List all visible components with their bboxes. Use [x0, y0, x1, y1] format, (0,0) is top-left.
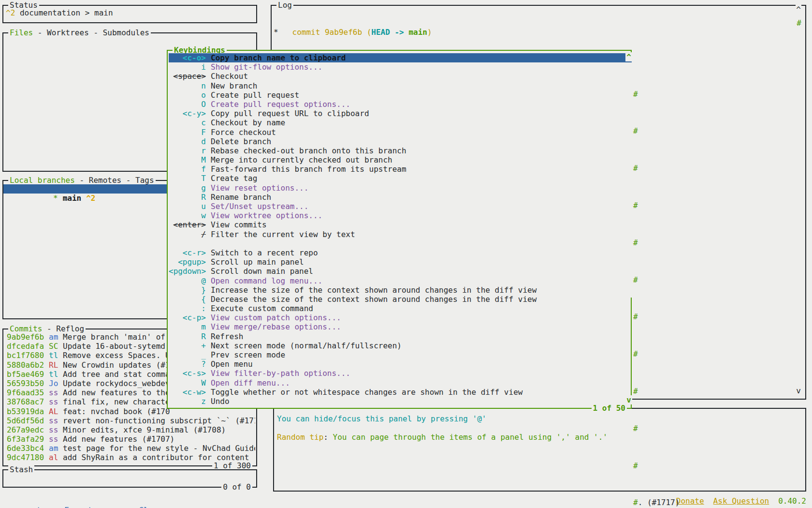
log-text-segment [278, 28, 292, 37]
popup-scroll-up-icon[interactable]: ^ [625, 52, 632, 61]
keybinding-row[interactable]: MMerge into currently checked out branch [169, 155, 632, 164]
branches-tab-active[interactable]: Local branches [10, 176, 75, 185]
log-hash-row: # [633, 387, 694, 396]
keybinding-label: Switch to a recent repo [211, 248, 318, 257]
keybinding-row[interactable]: TCreate tag [169, 174, 632, 183]
keybinding-row[interactable]: uSet/Unset upstream... [169, 202, 632, 211]
keybinding-label: View custom patch options... [211, 313, 341, 322]
popup-scroll-down-icon[interactable]: v [625, 395, 632, 404]
keybinding-row[interactable]: rRebase checked-out branch onto this bra… [169, 146, 632, 155]
branches-tabs-rest[interactable]: - Remotes - Tags [75, 176, 154, 185]
keybinding-row[interactable]: RRefresh [169, 332, 632, 341]
log-scroll-up-icon[interactable]: ^ [796, 5, 801, 14]
keybinding-row[interactable]: <c-y>Copy pull request URL to clipboard [169, 109, 632, 118]
keybinding-row[interactable]: <c-o>Copy branch name to clipboard [169, 53, 632, 62]
keybinding-label: View reset options... [211, 183, 308, 193]
repo-branch-label: documentation > main [15, 8, 113, 17]
keybinding-row[interactable]: <c-p>View custom patch options... [169, 313, 632, 322]
commit-author: RL [49, 360, 58, 370]
hash-glyph: # [633, 387, 638, 396]
keybinding-row[interactable]: <c-s>View filter-by-path options... [169, 369, 632, 378]
log-scroll-down-icon[interactable]: v [796, 386, 801, 395]
keybinding-row[interactable]: ?Open menu [169, 359, 632, 369]
keybinding-key: / [169, 230, 206, 239]
commit-row[interactable]: 6de33bc4amtest page for the new style - … [3, 444, 255, 453]
commit-hash: 267a9edc [7, 425, 44, 434]
keybinding-row[interactable]: _Prev screen mode [169, 350, 632, 359]
files-tabs-rest[interactable]: - Worktrees - Submodules [33, 28, 149, 37]
log-hash-row: # [633, 164, 694, 173]
keybinding-row[interactable]: {Decrease the size of the context shown … [169, 295, 632, 304]
stash-panel[interactable]: Stash 0 of 0 [2, 469, 257, 488]
keybinding-row[interactable]: mView merge/rebase options... [169, 322, 632, 331]
commit-author: AL [49, 407, 58, 416]
statusbar-right: DonateAsk Question0.40.2 [676, 496, 806, 506]
keybinding-row[interactable] [169, 239, 632, 248]
keybinding-row[interactable]: fFast-forward this branch from its upstr… [169, 164, 632, 174]
ask-question-link[interactable]: Ask Question [713, 496, 769, 506]
keybinding-row[interactable]: FForce checkout [169, 128, 632, 137]
keybinding-row[interactable]: RRename branch [169, 193, 632, 202]
log-text-segment [404, 28, 409, 37]
keybinding-row[interactable]: <c-w>Toggle whether or not whitespace ch… [169, 388, 632, 397]
keybinding-key: W [169, 378, 206, 388]
command-log-panel[interactable]: You can hide/focus this panel by pressin… [273, 408, 806, 492]
keybinding-row[interactable]: :Execute custom command [169, 304, 632, 313]
keybinding-row[interactable]: oCreate pull request [169, 90, 632, 100]
commit-author: am [49, 444, 58, 453]
commit-message: revert non-functioning subscript `~` (#1… [63, 416, 255, 425]
log-hash-row: # [633, 201, 694, 210]
commit-row[interactable]: 6f3afa29ssAdd new features (#1707) [3, 434, 255, 444]
keybinding-row[interactable]: wView worktree options... [169, 211, 632, 220]
keybinding-row[interactable]: cCheckout by name [169, 118, 632, 127]
keybinding-row[interactable]: gView reset options... [169, 183, 632, 193]
hash-glyph: # [633, 275, 638, 284]
commit-hash: 5d6df56d [7, 416, 44, 425]
commit-message: feat: nvchad book (#170 [63, 407, 170, 416]
keybinding-label: Create pull request [211, 90, 299, 100]
commit-row[interactable]: 267a9edcssMinor edits, xfce 9-minimal (#… [3, 425, 255, 434]
keybinding-row[interactable]: OCreate pull request options... [169, 100, 632, 109]
keybinding-key: m [169, 322, 206, 331]
keybinding-row[interactable]: <pgdown>Scroll down main panel [169, 267, 632, 276]
keybinding-row[interactable]: +Next screen mode (normal/half/fullscree… [169, 341, 632, 350]
branch-name: main [63, 194, 82, 203]
keybinding-key: <c-r> [169, 248, 206, 257]
commit-author: ss [49, 397, 58, 406]
keybinding-row[interactable]: <space>Checkout [169, 72, 632, 81]
keybinding-row[interactable]: nNew branch [169, 81, 632, 90]
commit-row[interactable]: 5d6df56dssrevert non-functioning subscri… [3, 416, 255, 425]
keybinding-row[interactable]: }Increase the size of the context shown … [169, 285, 632, 295]
keybinding-row[interactable]: /Filter the current view by text [169, 230, 632, 239]
files-panel-title: Files - Worktrees - Submodules [8, 28, 151, 37]
commit-message: Add new features (#1707) [63, 434, 174, 444]
commit-message: Update rockydocs_webdev [63, 379, 170, 388]
keybinding-key: g [169, 183, 206, 193]
keybinding-label: Checkout [211, 72, 248, 81]
keybinding-key: _ [169, 350, 206, 359]
commit-hash: 5880a6b2 [7, 360, 44, 370]
files-tab-active[interactable]: Files [10, 28, 33, 37]
current-branch-star: * [53, 194, 58, 203]
branches-panel-title: Local branches - Remotes - Tags [8, 176, 156, 185]
commit-author: am [49, 332, 58, 342]
keybinding-key: n [169, 81, 206, 90]
keybinding-row[interactable]: <c-r>Switch to a recent repo [169, 248, 632, 257]
log-text-segment: commit 9ab9ef6b ( [292, 28, 372, 37]
keybindings-popup[interactable]: Keybindings <c-o>Copy branch name to cli… [167, 50, 632, 409]
log-hash-row: # [633, 461, 694, 470]
keybinding-row[interactable]: <enter>View commits [169, 220, 632, 229]
log-stray-hash: # [796, 18, 802, 28]
status-panel[interactable]: Status ^2 documentation > main [2, 5, 257, 23]
keybinding-row[interactable]: zUndo [169, 397, 632, 406]
commit-hash: 38768ac7 [7, 397, 44, 406]
keybinding-label: Increase the size of the context shown a… [211, 285, 536, 295]
keybinding-label: Create tag [211, 174, 257, 183]
keybinding-row[interactable]: @Open command log menu... [169, 276, 632, 285]
keybinding-row[interactable]: dDelete branch [169, 137, 632, 146]
keybinding-row[interactable]: <pgup>Scroll up main panel [169, 257, 632, 267]
commit-hash: 6f3afa29 [7, 434, 44, 444]
keybinding-row[interactable]: WOpen diff menu... [169, 378, 632, 388]
commit-hash: bc1f7680 [7, 351, 44, 360]
keybinding-row[interactable]: iShow git-flow options... [169, 62, 632, 72]
